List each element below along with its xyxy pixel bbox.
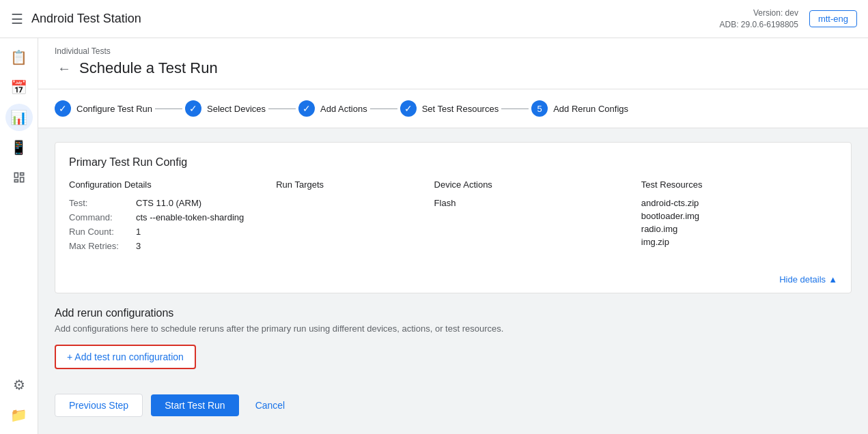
sidebar-item-phone[interactable]: 📱 (5, 134, 33, 161)
stepper-bar: ✓ Configure Test Run ✓ Select Devices ✓ (38, 89, 868, 128)
sidebar-item-tasks[interactable]: 📋 (5, 44, 33, 71)
hide-details-link[interactable]: Hide details ▲ (55, 269, 851, 293)
step-add-actions: ✓ Add Actions (298, 100, 367, 117)
step-circle-set-resources: ✓ (400, 100, 417, 117)
resource-cts-zip: android-cts.zip (641, 198, 837, 208)
test-resources-header: Test Resources (641, 179, 837, 190)
stepper: ✓ Configure Test Run ✓ Select Devices ✓ (55, 89, 852, 128)
config-command-row: Command: cts --enable-token-sharding (69, 212, 265, 222)
main-content: Individual Tests ← Schedule a Test Run ✓… (38, 38, 868, 434)
config-maxretries-val: 3 (136, 241, 141, 251)
back-button[interactable]: ← (55, 59, 74, 78)
step-label-add-actions: Add Actions (320, 104, 367, 114)
rerun-section-title: Add rerun configurations (55, 307, 852, 319)
page-title-row: ← Schedule a Test Run (55, 59, 852, 78)
config-grid: Configuration Details Test: CTS 11.0 (AR… (69, 179, 837, 255)
run-targets-col: Run Targets (276, 179, 423, 255)
sidebar-item-calendar[interactable]: 📅 (5, 74, 33, 101)
sidebar-item-settings[interactable]: ⚙ (5, 371, 33, 399)
config-details-header: Configuration Details (69, 179, 265, 190)
step-set-resources: ✓ Set Test Resources (400, 100, 499, 117)
config-runcount-key: Run Count: (69, 227, 130, 237)
content-area: Primary Test Run Config Configuration De… (38, 128, 868, 383)
hide-details-label: Hide details (779, 274, 826, 285)
config-details-col: Configuration Details Test: CTS 11.0 (AR… (69, 179, 265, 255)
card-body: Primary Test Run Config Configuration De… (55, 143, 851, 269)
resource-img-zip: img.zip (641, 237, 837, 247)
config-maxretries-key: Max Retries: (69, 241, 130, 251)
header-right: Version: dev ADB: 29.0.6-6198805 mtt-eng (720, 8, 858, 31)
config-runcount-val: 1 (136, 227, 141, 237)
add-config-button[interactable]: + Add test run configuration (55, 345, 196, 369)
header-left: ☰ Android Test Station (11, 11, 141, 27)
check-icon-set-resources: ✓ (404, 103, 412, 114)
breadcrumb: Individual Tests (55, 46, 852, 56)
start-test-run-button[interactable]: Start Test Run (151, 394, 238, 416)
cancel-button[interactable]: Cancel (247, 394, 294, 416)
step-add-rerun: 5 Add Rerun Configs (531, 100, 628, 117)
primary-config-title: Primary Test Run Config (69, 156, 837, 169)
rerun-section-desc: Add configurations here to schedule reru… (55, 323, 852, 334)
step-circle-add-rerun: 5 (531, 100, 548, 117)
rerun-section: Add rerun configurations Add configurati… (55, 307, 852, 369)
app-title: Android Test Station (31, 12, 141, 26)
app-header: ☰ Android Test Station Version: dev ADB:… (0, 0, 868, 38)
device-actions-header: Device Actions (434, 179, 630, 190)
previous-step-button[interactable]: Previous Step (55, 394, 143, 417)
check-icon-select-devices: ✓ (189, 103, 197, 114)
page-header: Individual Tests ← Schedule a Test Run (38, 38, 868, 89)
config-test-row: Test: CTS 11.0 (ARM) (69, 198, 265, 208)
env-badge-button[interactable]: mtt-eng (809, 10, 857, 27)
version-info: Version: dev ADB: 29.0.6-6198805 (720, 8, 798, 31)
footer-actions: Previous Step Start Test Run Cancel (38, 383, 868, 428)
sidebar-item-folder[interactable]: 📁 (5, 401, 33, 429)
step-label-add-rerun: Add Rerun Configs (553, 104, 628, 114)
check-icon-add-actions: ✓ (303, 103, 311, 114)
step-circle-add-actions: ✓ (298, 100, 315, 117)
config-test-val: CTS 11.0 (ARM) (136, 198, 201, 208)
step-label-set-resources: Set Test Resources (422, 104, 499, 114)
step-circle-select-devices: ✓ (185, 100, 201, 117)
step-label-select-devices: Select Devices (207, 104, 266, 114)
step-connector-1 (155, 108, 182, 109)
step-label-configure: Configure Test Run (76, 104, 152, 114)
sidebar-item-chart[interactable]: 📊 (5, 104, 33, 131)
run-targets-header: Run Targets (276, 179, 423, 190)
config-test-key: Test: (69, 198, 130, 208)
main-layout: 📋 📅 📊 📱 ⚙ 📁 Individual Tests ← Schedule … (0, 38, 868, 434)
device-actions-col: Device Actions Flash (434, 179, 630, 255)
resource-bootloader: bootloader.img (641, 211, 837, 221)
config-maxretries-row: Max Retries: 3 (69, 241, 265, 251)
config-runcount-row: Run Count: 1 (69, 227, 265, 237)
step-connector-4 (501, 108, 529, 109)
config-command-val: cts --enable-token-sharding (136, 212, 244, 222)
config-command-key: Command: (69, 212, 130, 222)
page-title: Schedule a Test Run (79, 59, 218, 77)
sidebar-item-layers[interactable] (5, 164, 33, 191)
device-action-flash: Flash (434, 198, 630, 208)
chevron-up-icon: ▲ (828, 274, 837, 285)
step-configure: ✓ Configure Test Run (55, 100, 152, 117)
step-number-add-rerun: 5 (537, 104, 542, 114)
step-connector-3 (370, 108, 397, 109)
check-icon-configure: ✓ (59, 103, 67, 114)
menu-icon[interactable]: ☰ (11, 11, 23, 27)
sidebar: 📋 📅 📊 📱 ⚙ 📁 (0, 38, 38, 434)
step-select-devices: ✓ Select Devices (185, 100, 266, 117)
step-circle-configure: ✓ (55, 100, 71, 117)
test-resources-col: Test Resources android-cts.zip bootloade… (641, 179, 837, 255)
resource-radio: radio.img (641, 224, 837, 234)
step-connector-2 (268, 108, 296, 109)
primary-config-card: Primary Test Run Config Configuration De… (55, 142, 852, 293)
